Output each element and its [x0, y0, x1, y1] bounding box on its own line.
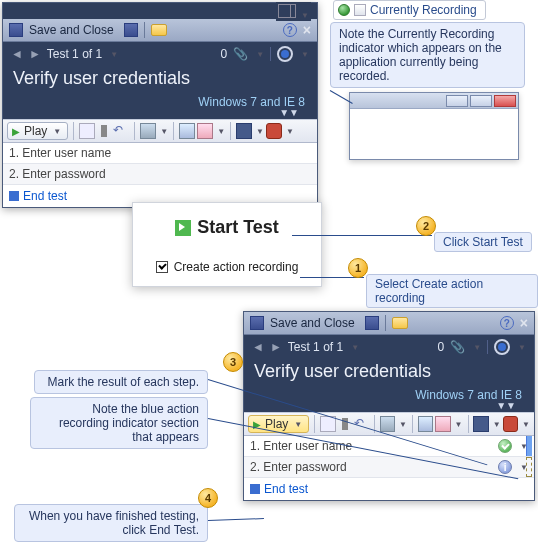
- info-icon[interactable]: [277, 46, 293, 62]
- info-icon[interactable]: [494, 339, 510, 355]
- chevron-down-icon[interactable]: ▼: [299, 50, 309, 59]
- step-row[interactable]: 1. Enter user name: [3, 143, 317, 164]
- bug-icon[interactable]: [266, 123, 282, 139]
- pass-icon[interactable]: [498, 439, 512, 453]
- test-counter: Test 1 of 1: [288, 340, 343, 354]
- end-test-label: End test: [264, 482, 308, 496]
- step-badge-4: 4: [198, 488, 218, 508]
- tool-icon-3[interactable]: [435, 416, 450, 432]
- tool-icon-1[interactable]: [380, 416, 395, 432]
- open-icon[interactable]: [392, 317, 408, 329]
- pause-icon[interactable]: [101, 125, 107, 137]
- recording-indicator-strip-pending: [526, 457, 532, 477]
- currently-recording-label: Currently Recording: [370, 3, 477, 17]
- attachment-icon[interactable]: 📎: [450, 340, 465, 354]
- chevron-down-icon[interactable]: ▼: [453, 420, 463, 429]
- save-icon: [9, 23, 23, 37]
- next-icon[interactable]: ►: [29, 47, 41, 61]
- chevron-down-icon[interactable]: ▼: [516, 343, 526, 352]
- chevron-down-icon[interactable]: ▼: [108, 50, 118, 59]
- test-title: Verify user credentials: [244, 359, 534, 384]
- step-count: 0: [220, 47, 227, 61]
- step-text: 1. Enter user name: [250, 439, 352, 453]
- callout-recording-indicator: Note the Currently Recording indicator w…: [330, 22, 525, 88]
- chevron-down-icon[interactable]: ▼: [254, 50, 264, 59]
- create-recording-checkbox[interactable]: [156, 261, 168, 273]
- toolbar: ▶ Play ▼ ↶ ▼ ▼ ▼ ▼: [244, 412, 534, 436]
- open-icon[interactable]: [151, 24, 167, 36]
- record-icon[interactable]: [79, 123, 95, 139]
- callout-blue-strip: Note the blue action recording indicator…: [30, 397, 208, 449]
- chevron-down-icon[interactable]: ▼: [491, 420, 501, 429]
- help-icon[interactable]: ?: [500, 316, 514, 330]
- layout-toggle-icon[interactable]: [278, 4, 296, 18]
- step-row[interactable]: 2. Enter password i ▼: [244, 457, 534, 478]
- end-test-label: End test: [23, 189, 67, 203]
- camera-icon[interactable]: [236, 123, 252, 139]
- callout-end-test: When you have finished testing, click En…: [14, 504, 208, 542]
- chevron-down-icon[interactable]: ▼: [299, 11, 309, 20]
- chevron-down-icon[interactable]: ▼: [215, 127, 225, 136]
- currently-recording-badge: Currently Recording: [333, 0, 486, 20]
- end-test-link[interactable]: End test: [244, 478, 534, 500]
- tool-icon-3[interactable]: [197, 123, 213, 139]
- recorded-application-window: [349, 92, 519, 160]
- prev-icon[interactable]: ◄: [252, 340, 264, 354]
- step-count: 0: [437, 340, 444, 354]
- save-icon-2[interactable]: [365, 316, 379, 330]
- chevron-down-icon[interactable]: ▼: [254, 127, 264, 136]
- chevron-down-icon[interactable]: ▼: [397, 420, 407, 429]
- callout-recording-text: Note the Currently Recording indicator w…: [339, 27, 502, 83]
- start-test-popup: Start Test Create action recording: [132, 202, 322, 287]
- chevron-down-icon[interactable]: ▼: [158, 127, 168, 136]
- bug-icon[interactable]: [503, 416, 518, 432]
- play-button[interactable]: ▶ Play ▼: [248, 415, 309, 433]
- chevron-down-icon: ▼: [51, 127, 61, 136]
- test-counter: Test 1 of 1: [47, 47, 102, 61]
- save-icon: [250, 316, 264, 330]
- test-nav: ◄ ► Test 1 of 1 ▼ 0 📎 ▼ ▼: [244, 335, 534, 359]
- toolbar: ▶ Play ▼ ↶ ▼ ▼ ▼ ▼: [3, 119, 317, 143]
- record-icon: [354, 4, 366, 16]
- min-icon: [446, 95, 468, 107]
- save-and-close-button[interactable]: Save and Close: [270, 316, 355, 330]
- close-icon[interactable]: ×: [520, 315, 528, 331]
- step-badge-2: 2: [416, 216, 436, 236]
- test-nav: ◄ ► Test 1 of 1 ▼ 0 📎 ▼ ▼: [3, 42, 317, 66]
- tool-icon-2[interactable]: [179, 123, 195, 139]
- chevron-down-icon[interactable]: ▼: [520, 420, 530, 429]
- recording-indicator-strip: [526, 436, 532, 456]
- attachment-icon[interactable]: 📎: [233, 47, 248, 61]
- close-icon: [494, 95, 516, 107]
- save-and-close-button[interactable]: Save and Close: [29, 23, 114, 37]
- titlebar: Save and Close ? ×: [3, 19, 317, 42]
- prev-icon[interactable]: ◄: [11, 47, 23, 61]
- tool-icon-2[interactable]: [418, 416, 433, 432]
- chevron-down-icon[interactable]: ▼: [349, 343, 359, 352]
- help-icon[interactable]: ?: [283, 23, 297, 37]
- start-test-button[interactable]: Start Test: [197, 217, 279, 238]
- connector-line: [292, 235, 432, 236]
- active-step-icon[interactable]: i: [498, 460, 512, 474]
- step-text: 1. Enter user name: [9, 146, 111, 160]
- label-select-create-recording: Select Create action recording: [366, 274, 538, 308]
- step-list: 1. Enter user name 2. Enter password End…: [3, 143, 317, 207]
- test-config: Windows 7 and IE 8: [3, 95, 305, 109]
- step-text: 2. Enter password: [9, 167, 106, 181]
- callout-mark-result: Mark the result of each step.: [34, 370, 208, 394]
- step-list: 1. Enter user name ▼ 2. Enter password i…: [244, 436, 534, 500]
- camera-icon[interactable]: [473, 416, 488, 432]
- chevron-down-icon[interactable]: ▼: [284, 127, 294, 136]
- step-row[interactable]: 2. Enter password: [3, 164, 317, 185]
- next-icon[interactable]: ►: [270, 340, 282, 354]
- save-icon-2[interactable]: [124, 23, 138, 37]
- expand-icon[interactable]: ▼▼: [3, 109, 305, 117]
- close-icon[interactable]: ×: [303, 22, 311, 38]
- tool-icon-1[interactable]: [140, 123, 156, 139]
- step-badge-1: 1: [348, 258, 368, 278]
- connector-line: [208, 518, 264, 521]
- create-recording-label: Create action recording: [174, 260, 299, 274]
- undo-icon[interactable]: ↶: [113, 123, 129, 139]
- chevron-down-icon[interactable]: ▼: [471, 343, 481, 352]
- play-button[interactable]: ▶ Play ▼: [7, 122, 68, 140]
